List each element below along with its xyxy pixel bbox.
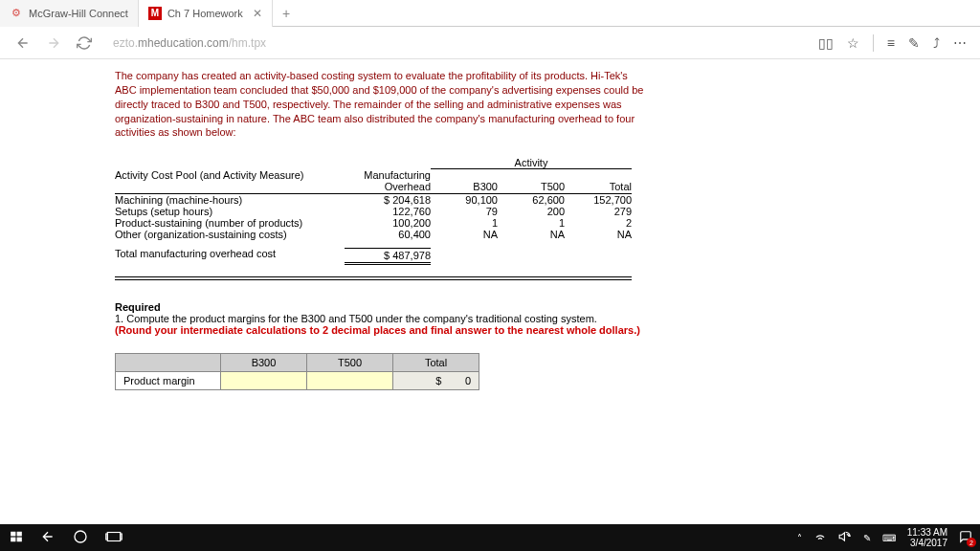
forward-button[interactable]: [42, 32, 65, 55]
reading-icon[interactable]: ▯▯: [818, 35, 834, 51]
address-bar: ezto.mheducation.com/hm.tpx ▯▯ ☆ ≡ ✎ ⤴ ⋯: [0, 27, 980, 59]
url-field[interactable]: ezto.mheducation.com/hm.tpx: [113, 36, 818, 50]
more-icon[interactable]: ⋯: [953, 35, 967, 51]
table-header-row: Activity Cost Pool (and Activity Measure…: [115, 169, 865, 194]
refresh-button[interactable]: [73, 32, 96, 55]
svg-rect-1: [17, 532, 22, 537]
tab-bar: ⚙ McGraw-Hill Connect M Ch 7 Homework ✕ …: [0, 0, 980, 27]
back-icon[interactable]: [40, 529, 56, 546]
separator: [873, 34, 874, 52]
pen-icon[interactable]: ✎: [863, 533, 871, 543]
notif-badge: 2: [967, 538, 976, 547]
answer-table: B300 T500 Total Product margin $ 0: [115, 353, 479, 390]
note-icon[interactable]: ✎: [908, 35, 920, 51]
divider: [115, 276, 632, 280]
table-row: Product margin $ 0: [116, 372, 479, 390]
svg-rect-3: [17, 538, 22, 542]
svg-point-4: [75, 531, 86, 542]
required-section: Required 1. Compute the product margins …: [115, 301, 670, 336]
svg-rect-6: [106, 534, 108, 540]
blank-header: [116, 354, 221, 372]
page-content: The company has created an activity-base…: [0, 59, 980, 524]
col-total: Total: [393, 354, 479, 372]
table-row: Product-sustaining (number of products)1…: [115, 217, 865, 229]
activity-table: Activity Activity Cost Pool (and Activit…: [115, 157, 865, 265]
tab-title: Ch 7 Homework: [167, 8, 243, 19]
table-row: Machining (machine-hours)$ 204,61890,100…: [115, 194, 865, 206]
col-overhead: ManufacturingOverhead: [345, 169, 431, 194]
close-icon[interactable]: ✕: [243, 7, 262, 20]
required-note: (Round your intermediate calculations to…: [115, 324, 670, 336]
required-q1: 1. Compute the product margins for the B…: [115, 313, 670, 324]
tray-up-icon[interactable]: ˄: [797, 533, 802, 543]
gear-icon: ⚙: [10, 7, 23, 20]
col-activity: Activity Cost Pool (and Activity Measure…: [115, 169, 345, 194]
hub-icon[interactable]: ≡: [887, 35, 895, 51]
start-icon[interactable]: [10, 530, 23, 545]
total-label: Total manufacturing overhead cost: [115, 248, 345, 265]
notification-icon[interactable]: 2: [959, 530, 972, 545]
new-tab-button[interactable]: +: [273, 6, 300, 21]
toolbar-right: ▯▯ ☆ ≡ ✎ ⤴ ⋯: [818, 34, 967, 52]
cortana-icon[interactable]: [73, 529, 88, 546]
col-t500: T500: [498, 169, 565, 194]
table-row: Other (organization-sustaining costs)60,…: [115, 229, 865, 240]
svg-rect-7: [121, 534, 122, 540]
back-button[interactable]: [11, 32, 34, 55]
row-label: Product margin: [116, 372, 221, 390]
svg-rect-2: [11, 538, 15, 542]
star-icon[interactable]: ☆: [847, 35, 859, 51]
clock[interactable]: 11:33 AM 3/4/2017: [907, 527, 947, 548]
col-b300: B300: [431, 169, 498, 194]
col-b300: B300: [221, 354, 307, 372]
date: 3/4/2017: [907, 538, 947, 548]
browser-tab-homework[interactable]: M Ch 7 Homework ✕: [139, 0, 273, 27]
wifi-icon[interactable]: [813, 530, 827, 545]
activity-header: Activity: [431, 157, 632, 169]
col-total: Total: [565, 169, 632, 194]
svg-rect-0: [11, 532, 15, 537]
intro-text: The company has created an activity-base…: [115, 69, 651, 140]
svg-rect-5: [107, 533, 121, 541]
m-icon: M: [148, 7, 162, 20]
input-t500[interactable]: [307, 372, 393, 390]
tab-title: McGraw-Hill Connect: [29, 8, 128, 19]
keyboard-icon[interactable]: ⌨: [882, 533, 896, 543]
table-row: Setups (setup hours)122,76079200279: [115, 206, 865, 217]
taskview-icon[interactable]: [105, 530, 122, 545]
table-total-row: Total manufacturing overhead cost $ 487,…: [115, 248, 865, 265]
input-b300[interactable]: [221, 372, 307, 390]
col-t500: T500: [307, 354, 393, 372]
browser-tab-connect[interactable]: ⚙ McGraw-Hill Connect: [0, 0, 139, 27]
required-heading: Required: [115, 301, 670, 313]
share-icon[interactable]: ⤴: [933, 35, 940, 51]
time: 11:33 AM: [907, 527, 947, 538]
volume-icon[interactable]: [838, 530, 852, 545]
total-cell: $ 0: [393, 372, 479, 390]
windows-taskbar: ˄ ✎ ⌨ 11:33 AM 3/4/2017 2: [0, 524, 980, 551]
total-value: $ 487,978: [345, 248, 431, 265]
